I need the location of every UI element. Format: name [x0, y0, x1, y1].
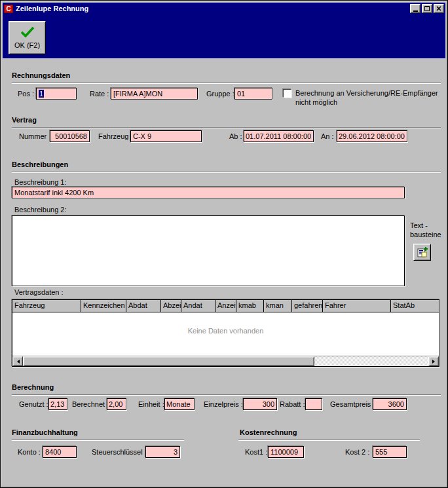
pos-field[interactable]: 1	[36, 88, 77, 100]
beschreibung2-label: Beschreibung 2:	[14, 204, 67, 216]
einzelpreis-field[interactable]	[243, 398, 277, 410]
titlebar[interactable]: C Zeilenlupe Rechnung	[3, 3, 445, 14]
beschreibung2-textarea[interactable]	[12, 216, 405, 286]
maximize-button[interactable]	[422, 4, 432, 13]
section-rule	[12, 127, 441, 128]
section-heading-kostenrechnung: Kostenrechnung	[240, 428, 297, 436]
minimize-button[interactable]	[410, 4, 420, 13]
grid-header-fahrer[interactable]: Fahrer	[323, 300, 391, 312]
section-heading-vertrag: Vertrag	[12, 116, 37, 124]
section-heading-beschreibungen: Beschreibungen	[12, 160, 68, 168]
beschreibung1-field[interactable]	[12, 187, 405, 198]
konto-label: Konto :	[18, 446, 41, 458]
berechnet-label: Berechnet :	[72, 398, 109, 410]
an-field[interactable]	[337, 130, 407, 142]
einzelpreis-label: Einzelpreis :	[204, 398, 243, 410]
genutzt-label: Genutzt :	[19, 398, 48, 410]
check-icon	[20, 26, 35, 38]
dialog-body: Rechnungsdaten Pos : 1 Rate : Gruppe : B…	[3, 58, 445, 485]
grid-header-andat[interactable]: Andat	[181, 300, 215, 312]
grid-header-kennzeichen[interactable]: Kennzeichen	[81, 300, 126, 312]
section-rule	[12, 83, 441, 83]
grid-header-anzeit[interactable]: Anzeit	[215, 300, 236, 312]
grid-header-kmab[interactable]: kmab	[236, 300, 264, 312]
grid-header-statab[interactable]: StatAb	[391, 300, 439, 312]
ok-button-label: OK (F2)	[14, 41, 40, 49]
arrow-right-icon	[432, 360, 437, 364]
einheit-field[interactable]	[164, 398, 195, 410]
berechnet-field[interactable]	[107, 398, 126, 410]
vertragsdaten-grid: Fahrzeug Kennzeichen Abdat Abzeit Andat …	[12, 299, 439, 367]
scroll-right-button[interactable]	[428, 356, 439, 366]
section-rule	[12, 440, 184, 440]
ab-label: Ab :	[229, 130, 242, 142]
kost1-label: Kost1 :	[245, 446, 267, 458]
grid-empty-text: Keine Daten vorhanden	[12, 327, 439, 335]
close-icon	[436, 6, 441, 11]
app-icon[interactable]: C	[4, 5, 13, 13]
steuerschluessel-label: Steuerschlüssel :	[92, 446, 147, 458]
close-button[interactable]	[434, 4, 444, 13]
nummer-label: Nummer :	[19, 130, 50, 142]
grid-body[interactable]: Keine Daten vorhanden	[12, 312, 439, 356]
konto-field[interactable]	[43, 446, 77, 458]
gruppe-field[interactable]	[234, 88, 272, 100]
section-rule	[12, 172, 441, 172]
steuerschluessel-field[interactable]	[145, 446, 180, 458]
kost2-label: Kost 2 :	[345, 446, 369, 458]
section-heading-rechnungsdaten: Rechnungsdaten	[12, 71, 70, 79]
grid-header-abdat[interactable]: Abdat	[126, 300, 161, 312]
minimize-icon	[413, 10, 418, 12]
textbausteine-label: Text - bausteine	[410, 221, 441, 239]
gesamtpreis-label: Gesamtpreis :	[330, 398, 375, 410]
pos-selected-text: 1	[39, 90, 44, 98]
genutzt-field[interactable]	[48, 398, 67, 410]
scrollbar-thumb[interactable]	[23, 356, 314, 366]
textbausteine-label-line1: Text -	[410, 221, 428, 229]
ok-button[interactable]: OK (F2)	[9, 21, 46, 54]
section-heading-berechnung: Berechnung	[12, 383, 54, 391]
textbaustein-icon	[417, 246, 428, 258]
fahrzeug-field[interactable]	[130, 130, 202, 142]
pos-label: Pos :	[18, 88, 34, 100]
grid-header-row: Fahrzeug Kennzeichen Abdat Abzeit Andat …	[12, 300, 439, 312]
grid-header-abzeit[interactable]: Abzeit	[161, 300, 181, 312]
an-label: An :	[321, 130, 334, 142]
einheit-label: Einheit :	[138, 398, 164, 410]
arrow-left-icon	[15, 360, 20, 364]
maximize-icon	[424, 6, 430, 11]
dialog-window: C Zeilenlupe Rechnung OK (F2) Rechnungsd…	[0, 0, 448, 488]
grid-header-fahrzeug[interactable]: Fahrzeug	[12, 300, 81, 312]
section-rule	[238, 440, 420, 440]
rabatt-label: Rabatt :	[280, 398, 305, 410]
horizontal-scrollbar	[12, 356, 439, 366]
versicherung-checkbox[interactable]	[283, 89, 291, 98]
section-rule	[12, 394, 441, 395]
rate-field[interactable]	[111, 88, 198, 100]
toolbar: OK (F2)	[3, 14, 445, 58]
nummer-field[interactable]	[50, 130, 90, 142]
scrollbar-track[interactable]	[314, 356, 428, 366]
grid-header-kman[interactable]: kman	[264, 300, 292, 312]
section-heading-finanzbuchhaltung: Finanzbuchhaltung	[12, 428, 78, 436]
textbausteine-label-line2: bausteine	[410, 231, 441, 238]
versicherung-checkbox-label: Berechnung an Versicherung/RE-Empfänger …	[295, 88, 448, 107]
kost1-field[interactable]	[268, 446, 304, 458]
rabatt-field[interactable]	[305, 398, 322, 410]
scroll-left-button[interactable]	[12, 356, 23, 366]
textbausteine-button[interactable]	[413, 244, 431, 261]
vertragsdaten-label: Vertragsdaten :	[14, 286, 64, 298]
grid-header-gefahren[interactable]: gefahren	[292, 300, 323, 312]
rate-label: Rate :	[90, 88, 109, 100]
window-title: Zeilenlupe Rechnung	[16, 5, 409, 12]
gesamtpreis-field[interactable]	[373, 398, 407, 410]
kost2-field[interactable]	[373, 446, 407, 458]
ab-field[interactable]	[244, 130, 314, 142]
fahrzeug-label: Fahrzeug :	[98, 130, 133, 142]
gruppe-label: Gruppe :	[206, 88, 234, 100]
